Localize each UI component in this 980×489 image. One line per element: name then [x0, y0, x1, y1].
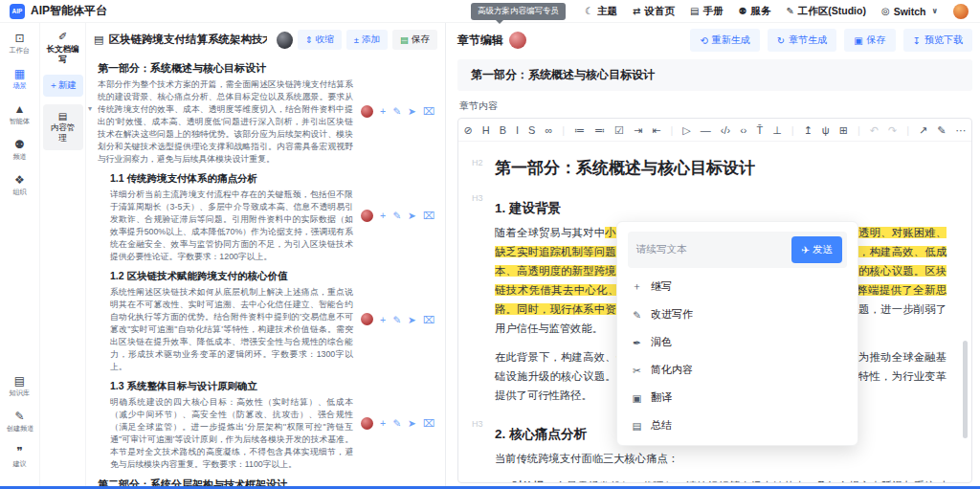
toolbar-icon-5[interactable]: ∞ [545, 124, 552, 136]
document-title[interactable]: 区块链跨境支付结算系统架构技术方案 [108, 33, 267, 47]
nav-item-handbook[interactable]: ▤手册 [690, 5, 723, 18]
add-node-icon[interactable]: + [380, 417, 386, 429]
menu-item-continue-writing[interactable]: ＋继写 [628, 273, 847, 300]
section-heading[interactable]: 1.2 区块链技术赋能跨境支付的核心价值 [110, 270, 353, 283]
toolbar-icon-7[interactable]: ≔ [574, 124, 585, 136]
outline-save-button[interactable]: ▤ 保存 [392, 30, 437, 50]
nav-label: 设首页 [644, 5, 675, 18]
plus-minus-icon: ± [354, 34, 359, 45]
nav-item-service[interactable]: ⚉服务 [738, 5, 770, 18]
nav-item-set-home[interactable]: ⇄设首页 [633, 5, 675, 18]
section-body[interactable]: 系统性阐述区块链技术如何从底层机制上解决上述痛点，重点说明其在不可篡改性、实时可… [110, 286, 353, 373]
toolbar-icon-11[interactable]: ⇤ [652, 124, 660, 136]
add-node-icon[interactable]: + [380, 105, 386, 117]
delete-node-icon[interactable]: ⌧ [423, 105, 434, 117]
knowledge-base-icon: ▤ [14, 375, 25, 388]
generate-chapter-button[interactable]: ↻ 章节生成 [768, 29, 836, 52]
toolbar-icon-24[interactable]: ↶ [870, 124, 879, 136]
add-node-icon[interactable]: + [380, 314, 386, 325]
chevron-down-icon: ∨ [932, 7, 939, 15]
generate-node-icon[interactable]: ➤ [408, 210, 416, 221]
collapse-button[interactable]: ⇕ 收缩 [298, 30, 342, 50]
section-agent-avatar[interactable] [361, 105, 373, 118]
section-body[interactable]: 明确系统建设的四大核心目标：高效性（实时结算）、低成本（减少中间环节）、高安全性… [110, 396, 353, 471]
toolbar-icon-0[interactable]: ⊘ [463, 124, 472, 136]
content-manage-label: 内容管理 [49, 122, 78, 144]
send-button[interactable]: ✈ 发送 [791, 236, 842, 263]
outline-agent-avatar[interactable] [277, 32, 292, 49]
editor-scrollbar-thumb[interactable] [963, 341, 968, 438]
toolbar-icon-9[interactable]: ☑ [614, 124, 624, 136]
edit-node-icon[interactable]: ✎ [392, 210, 401, 221]
toolbar-icon-1[interactable]: H [482, 124, 490, 136]
new-document-button[interactable]: ＋新建 [43, 75, 83, 97]
editor-agent-avatar[interactable] [509, 32, 526, 49]
section-heading[interactable]: 1.3 系统整体目标与设计原则确立 [110, 380, 353, 393]
nav-item-switch[interactable]: ◎Switch∨ [881, 6, 938, 17]
sidebar-item-scenes[interactable]: ▦场景 [12, 68, 27, 91]
sidebar-item-workbench[interactable]: ⊡工作台 [9, 33, 31, 56]
sidebar-item-create-channel[interactable]: ✎创建频道 [6, 411, 34, 433]
section-agent-avatar[interactable] [361, 313, 373, 325]
toolbar-icon-18[interactable]: ⊥ [772, 124, 782, 136]
toolbar-icon-17[interactable]: T̄ [756, 124, 763, 136]
section-heading[interactable]: 第一部分：系统概述与核心目标设计 [98, 61, 353, 76]
save-button[interactable]: ▣ 保存 [844, 29, 895, 52]
section-agent-avatar[interactable] [361, 210, 373, 222]
section-body[interactable]: 本部分作为整个技术方案的开篇，需全面阐述区块链跨境支付结算系统的建设背景、核心痛… [98, 78, 353, 166]
menu-item-simplify-content[interactable]: ✂简化内容 [628, 356, 847, 384]
generate-node-icon[interactable]: ➤ [408, 417, 416, 429]
section-heading[interactable]: 1.1 传统跨境支付体系的痛点分析 [110, 172, 353, 186]
nav-item-studio[interactable]: ✎工作区(Studio) [786, 5, 866, 18]
toolbar-icon-4[interactable]: S [528, 124, 535, 136]
feedback-icon: ❞ [16, 446, 22, 458]
edit-node-icon[interactable]: ✎ [392, 417, 401, 429]
generate-node-icon[interactable]: ➤ [408, 314, 416, 325]
menu-item-translate[interactable]: ▣翻译 [628, 384, 847, 411]
add-section-button[interactable]: ± 添加 [346, 30, 388, 50]
regenerate-button[interactable]: ⟲ 重新生成 [690, 29, 759, 52]
user-avatar[interactable] [953, 4, 969, 19]
section-actions: +✎➤⌧ [361, 56, 441, 166]
delete-node-icon[interactable]: ⌧ [423, 417, 434, 429]
toolbar-icon-13[interactable]: ▷ [682, 124, 690, 136]
toolbar-icon-27[interactable]: ↗ [919, 124, 927, 136]
toolbar-icon-3[interactable]: I [516, 124, 519, 136]
section-agent-avatar[interactable] [361, 417, 373, 430]
toolbar-icon-25[interactable]: ↷ [888, 124, 897, 136]
menu-item-polish[interactable]: ✒润色 [628, 328, 847, 356]
toolbar-icon-29[interactable]: ⋯ [956, 124, 967, 136]
paper-plane-icon: ✈ [801, 244, 810, 256]
sidebar-item-long-doc-writing[interactable]: ✐ 长文档编写 [46, 31, 80, 65]
menu-item-summarize[interactable]: ▤总结 [628, 411, 847, 439]
toolbar-icon-21[interactable]: ψ [822, 124, 830, 136]
toolbar-icon-22[interactable]: ⊞ [839, 124, 848, 136]
delete-node-icon[interactable]: ⌧ [423, 314, 434, 325]
menu-item-improve-writing[interactable]: ✎改进写作 [628, 300, 847, 328]
outline-panel: ▤ 区块链跨境支付结算系统架构技术方案 ⇕ 收缩 ± 添加 ▤ 保存 ▾第一部分… [86, 23, 446, 489]
edit-node-icon[interactable]: ✎ [392, 314, 401, 325]
generate-node-icon[interactable]: ➤ [408, 105, 416, 117]
toolbar-icon-8[interactable]: ≕ [594, 124, 605, 136]
toolbar-icon-14[interactable]: — [701, 124, 711, 136]
section-body[interactable]: 详细分析当前主流跨境支付流程中存在的关键瓶颈，包括但不限于清算周期长（3-5天）… [110, 189, 353, 263]
preview-download-button[interactable]: ↧ 预览下载 [903, 29, 972, 52]
sidebar-item-channels[interactable]: ⚉频道 [12, 139, 27, 162]
toolbar-icon-20[interactable]: ↥ [804, 124, 813, 136]
toolbar-icon-2[interactable]: B [500, 124, 506, 136]
nav-item-theme[interactable]: ☾主题 [585, 5, 617, 18]
toolbar-icon-16[interactable]: ‹› [740, 124, 746, 136]
add-node-icon[interactable]: + [380, 210, 386, 221]
sidebar-item-feedback[interactable]: ❞建议 [12, 446, 27, 469]
toolbar-icon-15[interactable]: ‹/› [721, 124, 730, 136]
edit-node-icon[interactable]: ✎ [392, 105, 401, 117]
toolbar-icon-10[interactable]: ⇥ [634, 124, 642, 136]
doc-bullet-0: 时效慢：交易需经发起行、代理行、清算组织等多级中转节点，叠加合规审查延迟与系统对… [512, 478, 947, 482]
delete-node-icon[interactable]: ⌧ [423, 210, 434, 221]
content-manage-button[interactable]: ▤ 内容管理 [43, 104, 83, 150]
toolbar-icon-28[interactable]: ✎ [937, 124, 946, 136]
sidebar-item-agents[interactable]: ▲智能体 [9, 103, 31, 126]
continue-writing-input[interactable]: 请续写文本 ✈ 发送 [628, 232, 847, 268]
sidebar-item-organization[interactable]: ❖组织 [12, 174, 27, 197]
sidebar-item-knowledge-base[interactable]: ▤知识库 [9, 375, 31, 398]
